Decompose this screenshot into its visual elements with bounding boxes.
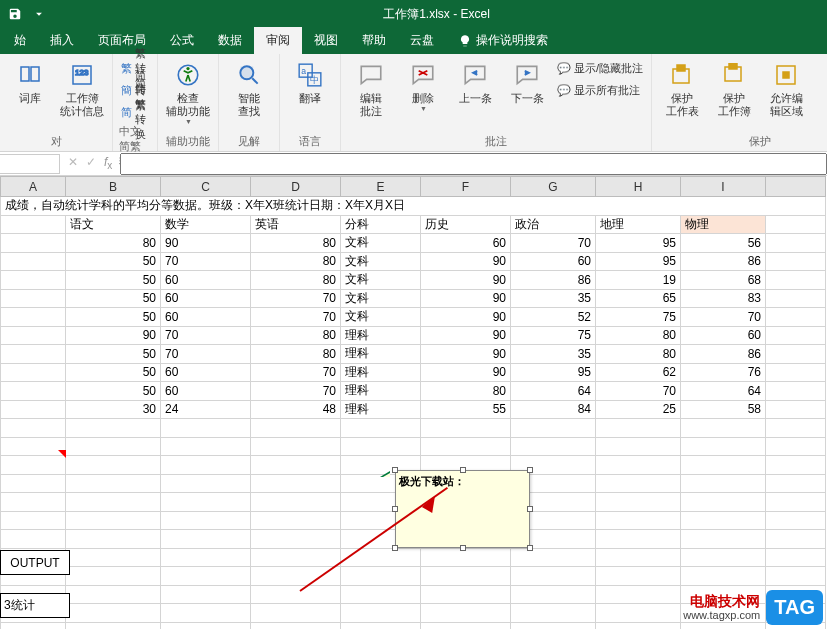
- show-hide-comment-button[interactable]: 💬显示/隐藏批注: [555, 58, 645, 78]
- cancel-icon[interactable]: ✕: [68, 155, 78, 171]
- stats-icon: 123: [67, 60, 97, 90]
- protect-workbook-button[interactable]: 保护 工作簿: [710, 58, 758, 118]
- svg-text:123: 123: [75, 68, 89, 77]
- svg-rect-0: [21, 67, 29, 81]
- stats-button[interactable]: 123 工作簿 统计信息: [58, 58, 106, 118]
- window-title: 工作簿1.xlsx - Excel: [50, 6, 823, 23]
- table-row[interactable]: 907080理科90758060: [1, 326, 826, 345]
- next-comment-button[interactable]: 下一条: [503, 58, 551, 105]
- watermark: 电脑技术网 www.tagxp.com TAG: [683, 590, 823, 625]
- thesaurus-button[interactable]: 词库: [6, 58, 54, 105]
- ribbon-tabs: 始 插入 页面布局 公式 数据 审阅 视图 帮助 云盘 操作说明搜索: [0, 28, 827, 54]
- sheet-title: 成绩，自动统计学科的平均分等数据。班级：X年X班统计日期：X年X月X日: [1, 197, 826, 216]
- range-icon: [771, 60, 801, 90]
- table-row[interactable]: 506070文科90527570: [1, 308, 826, 327]
- chevron-down-icon: ▼: [420, 105, 427, 112]
- tell-me[interactable]: 操作说明搜索: [446, 27, 560, 54]
- chevron-down-icon: ▼: [185, 118, 192, 125]
- next-icon: [512, 60, 542, 90]
- svg-rect-7: [241, 67, 252, 78]
- name-box[interactable]: [0, 154, 60, 174]
- table-row[interactable]: 506070理科90956276: [1, 363, 826, 382]
- show-all-comments-button[interactable]: 💬显示所有批注: [555, 80, 645, 100]
- table-row[interactable]: 809080文科60709556: [1, 234, 826, 253]
- comment-indicator: [58, 450, 66, 458]
- table-row[interactable]: 506080文科90861968: [1, 271, 826, 290]
- translate-icon: a中: [295, 60, 325, 90]
- convert-button[interactable]: 简简繁转换: [119, 102, 151, 122]
- tab-review[interactable]: 审阅: [254, 27, 302, 54]
- enter-icon[interactable]: ✓: [86, 155, 96, 171]
- svg-text:中: 中: [310, 75, 319, 85]
- lock-icon: [719, 60, 749, 90]
- unshare-icon: [823, 60, 827, 90]
- col-header[interactable]: F: [421, 177, 511, 197]
- tab-data[interactable]: 数据: [206, 27, 254, 54]
- svg-rect-13: [677, 65, 685, 71]
- unshare-button[interactable]: 取消 工: [814, 58, 827, 118]
- svg-rect-15: [729, 63, 737, 69]
- spreadsheet-grid[interactable]: ABCDEFGHI成绩，自动统计学科的平均分等数据。班级：X年X班统计日期：X年…: [0, 176, 827, 629]
- tab-insert[interactable]: 插入: [38, 27, 86, 54]
- search-icon: [234, 60, 264, 90]
- delete-comment-button[interactable]: 删除 ▼: [399, 58, 447, 112]
- col-header[interactable]: A: [1, 177, 66, 197]
- svg-point-5: [186, 67, 189, 70]
- table-row[interactable]: 506070文科90356583: [1, 289, 826, 308]
- fx-icon[interactable]: fx: [104, 155, 112, 171]
- col-header[interactable]: E: [341, 177, 421, 197]
- col-header[interactable]: I: [681, 177, 766, 197]
- table-row[interactable]: 506070理科80647064: [1, 382, 826, 401]
- svg-rect-17: [783, 72, 789, 78]
- comment-icon: 💬: [557, 61, 571, 75]
- allow-edit-button[interactable]: 允许编 辑区域: [762, 58, 810, 118]
- tag-badge: TAG: [766, 590, 823, 625]
- comment-icon: [356, 60, 386, 90]
- table-row[interactable]: 507080理科90358086: [1, 345, 826, 364]
- tab-formula[interactable]: 公式: [158, 27, 206, 54]
- smart-lookup-button[interactable]: 智能 查找: [225, 58, 273, 118]
- comments-icon: 💬: [557, 83, 571, 97]
- translate-button[interactable]: a中 翻译: [286, 58, 334, 105]
- accessibility-icon: [173, 60, 203, 90]
- prev-icon: [460, 60, 490, 90]
- svg-text:a: a: [301, 66, 306, 76]
- tab-help[interactable]: 帮助: [350, 27, 398, 54]
- formula-bar: ✕ ✓ fx: [0, 152, 827, 176]
- dropdown-icon[interactable]: [28, 3, 50, 25]
- lock-icon: [667, 60, 697, 90]
- svg-rect-1: [31, 67, 39, 81]
- protect-sheet-button[interactable]: 保护 工作表: [658, 58, 706, 118]
- tab-home[interactable]: 始: [2, 27, 38, 54]
- table-row[interactable]: 507080文科90609586: [1, 252, 826, 271]
- col-header[interactable]: C: [161, 177, 251, 197]
- col-header[interactable]: H: [596, 177, 681, 197]
- title-bar: 工作簿1.xlsx - Excel: [0, 0, 827, 28]
- col-header[interactable]: G: [511, 177, 596, 197]
- delete-icon: [408, 60, 438, 90]
- save-icon[interactable]: [4, 3, 26, 25]
- accessibility-button[interactable]: 检查 辅助功能 ▼: [164, 58, 212, 125]
- ribbon: 词库 123 工作簿 统计信息 对 繁繁转简 簡简转繁 简简繁转换 中文简繁转换…: [0, 54, 827, 152]
- col-header[interactable]: B: [66, 177, 161, 197]
- output-cell: OUTPUT: [0, 550, 70, 575]
- prev-comment-button[interactable]: 上一条: [451, 58, 499, 105]
- tab-cloud[interactable]: 云盘: [398, 27, 446, 54]
- edit-comment-button[interactable]: 编辑 批注: [347, 58, 395, 118]
- col-header[interactable]: D: [251, 177, 341, 197]
- tab-view[interactable]: 视图: [302, 27, 350, 54]
- formula-input[interactable]: [120, 153, 827, 175]
- book-icon: [15, 60, 45, 90]
- stat-cell: 3统计: [0, 593, 70, 618]
- table-row[interactable]: 302448理科55842558: [1, 400, 826, 419]
